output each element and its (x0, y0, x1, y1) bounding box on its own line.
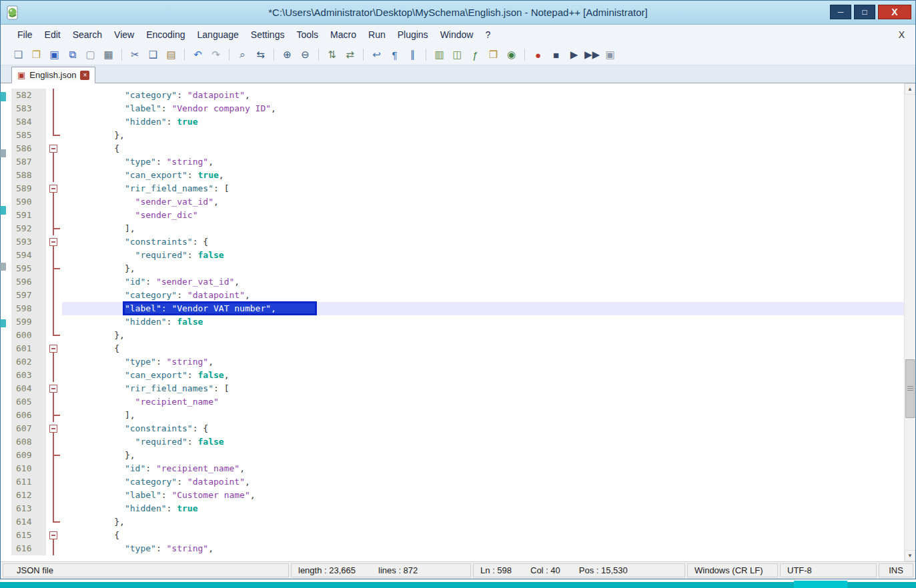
code-line-text[interactable]: }, (62, 515, 904, 529)
editor[interactable]: 582 "category": "datapoint",583 "label":… (1, 83, 915, 561)
zoom-in-icon[interactable]: ⊕ (279, 47, 296, 63)
code-line-text[interactable]: "constraints": { (62, 422, 904, 435)
code-line[interactable]: 584 "hidden": true (11, 115, 904, 129)
line-number[interactable]: 588 (11, 169, 46, 182)
fold-margin[interactable] (46, 422, 62, 435)
line-number[interactable]: 591 (11, 209, 46, 222)
fold-collapse-icon[interactable] (49, 145, 57, 153)
menu-tools[interactable]: Tools (290, 29, 324, 40)
code-line-text[interactable]: "required": false (62, 249, 904, 262)
code-line[interactable]: 582 "category": "datapoint", (11, 89, 904, 102)
code-line[interactable]: 594 "required": false (11, 249, 904, 262)
status-insert-mode[interactable]: INS (879, 563, 913, 577)
code-line[interactable]: 601 { (11, 342, 904, 355)
code-line-text[interactable]: "can_export": false, (62, 369, 904, 382)
code-line-text[interactable]: "constraints": { (62, 235, 904, 249)
code-line[interactable]: 590 "sender_vat_id", (11, 195, 904, 209)
macro-play-icon[interactable]: ▶ (566, 47, 582, 63)
function-list-icon[interactable]: ƒ (467, 47, 484, 63)
code-line-text[interactable]: "required": false (62, 435, 904, 449)
cut-icon[interactable]: ✂ (127, 47, 143, 63)
tab-close-icon[interactable]: × (80, 71, 89, 80)
save-all-icon[interactable]: ⧉ (64, 47, 81, 63)
code-line[interactable]: 597 "category": "datapoint", (11, 289, 904, 302)
macro-record-icon[interactable]: ● (530, 47, 546, 63)
menu-search[interactable]: Search (67, 29, 108, 40)
new-file-icon[interactable]: ❏ (10, 47, 27, 63)
document-map-icon[interactable]: ◫ (449, 47, 466, 63)
code-line[interactable]: 593 "constraints": { (11, 235, 904, 249)
line-number[interactable]: 612 (11, 489, 46, 502)
line-number[interactable]: 604 (11, 382, 46, 395)
line-number[interactable]: 601 (11, 342, 46, 355)
fold-margin[interactable] (46, 235, 62, 249)
macro-save-icon[interactable]: ▣ (602, 47, 618, 63)
copy-icon[interactable]: ❑ (145, 47, 161, 63)
line-number[interactable]: 599 (11, 315, 46, 329)
undo-icon[interactable]: ↶ (189, 47, 206, 63)
print-icon[interactable]: ▦ (100, 47, 117, 63)
code-line[interactable]: 609 }, (11, 449, 904, 462)
code-line-text[interactable]: "sender_dic" (62, 209, 904, 222)
line-number[interactable]: 593 (11, 235, 46, 249)
code-line[interactable]: 613 "hidden": true (11, 502, 904, 515)
code-line-text[interactable]: }, (62, 329, 904, 342)
line-number[interactable]: 606 (11, 409, 46, 422)
line-number[interactable]: 598 (11, 302, 46, 315)
line-number[interactable]: 585 (11, 129, 46, 142)
code-line[interactable]: 600 }, (11, 329, 904, 342)
menu-macro[interactable]: Macro (324, 29, 362, 40)
code-line-text[interactable]: "id": "sender_vat_id", (62, 275, 904, 289)
code-line[interactable]: 602 "type": "string", (11, 355, 904, 369)
code-line[interactable]: 592 ], (11, 222, 904, 235)
fold-collapse-icon[interactable] (49, 531, 57, 539)
code-line-text[interactable]: "recipient_name" (62, 395, 904, 409)
code-line-text[interactable]: "label": "Customer name", (62, 489, 904, 502)
redo-icon[interactable]: ↷ (207, 47, 224, 63)
line-number[interactable]: 613 (11, 502, 46, 515)
line-number[interactable]: 603 (11, 369, 46, 382)
code-line-text[interactable]: "sender_vat_id", (62, 195, 904, 209)
line-number[interactable]: 597 (11, 289, 46, 302)
code-line-text[interactable]: "can_export": true, (62, 169, 904, 182)
code-line[interactable]: 614 }, (11, 515, 904, 529)
code-line[interactable]: 604 "rir_field_names": [ (11, 382, 904, 395)
line-number[interactable]: 602 (11, 355, 46, 369)
vertical-scrollbar[interactable]: ▲ ▼ (904, 83, 915, 561)
code-line[interactable]: 599 "hidden": false (11, 315, 904, 329)
code-line[interactable]: 589 "rir_field_names": [ (11, 182, 904, 195)
macro-run-multiple-icon[interactable]: ▶▶ (584, 47, 600, 63)
code-line-text[interactable]: "category": "datapoint", (62, 475, 904, 489)
code-line-text[interactable]: "category": "datapoint", (62, 289, 904, 302)
status-eol-format[interactable]: Windows (CR LF) (687, 563, 778, 577)
open-file-icon[interactable]: ❒ (28, 47, 45, 63)
maximize-button[interactable]: □ (854, 5, 875, 19)
line-number[interactable]: 611 (11, 475, 46, 489)
line-number[interactable]: 582 (11, 89, 46, 102)
fold-margin[interactable] (46, 529, 62, 542)
line-number[interactable]: 583 (11, 102, 46, 115)
line-number[interactable]: 600 (11, 329, 46, 342)
line-number[interactable]: 592 (11, 222, 46, 235)
menubar-close-button[interactable]: X (899, 29, 905, 40)
code-line[interactable]: 603 "can_export": false, (11, 369, 904, 382)
code-line-text[interactable]: "hidden": false (62, 315, 904, 329)
menu-help[interactable]: ? (479, 29, 496, 40)
indent-guide-icon[interactable]: ∥ (404, 47, 421, 63)
code-line-text[interactable]: "label": "Vendor company ID", (62, 102, 904, 115)
menu-file[interactable]: File (11, 29, 39, 40)
code-line-text[interactable]: { (62, 529, 904, 542)
code-line[interactable]: 586 { (11, 142, 904, 155)
code-line-text[interactable]: }, (62, 449, 904, 462)
code-line[interactable]: 583 "label": "Vendor company ID", (11, 102, 904, 115)
find-icon[interactable]: ⌕ (234, 47, 251, 63)
code-line-text[interactable]: "hidden": true (62, 115, 904, 129)
line-number[interactable]: 605 (11, 395, 46, 409)
replace-icon[interactable]: ⇆ (252, 47, 269, 63)
code-line-text[interactable]: "id": "recipient_name", (62, 462, 904, 475)
code-line-text[interactable]: "type": "string", (62, 355, 904, 369)
user-language-icon[interactable]: ▥ (431, 47, 448, 63)
line-number[interactable]: 610 (11, 462, 46, 475)
show-all-characters-icon[interactable]: ¶ (386, 47, 403, 63)
code-line[interactable]: 587 "type": "string", (11, 155, 904, 169)
